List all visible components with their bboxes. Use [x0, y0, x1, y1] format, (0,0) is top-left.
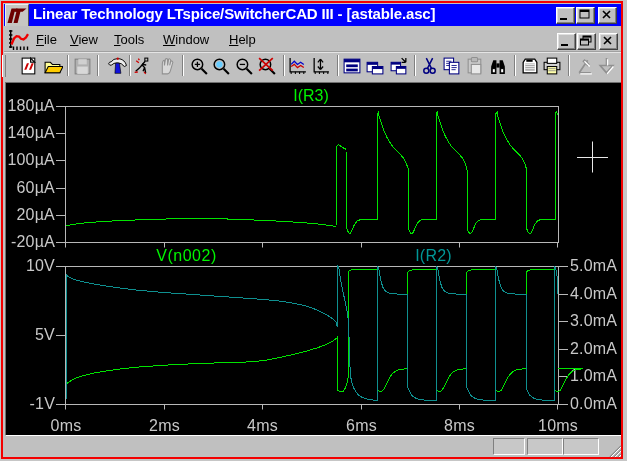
svg-text:60µA: 60µA [17, 179, 56, 196]
svg-text:0.0mA: 0.0mA [570, 395, 617, 412]
svg-text:20µA: 20µA [17, 206, 56, 223]
svg-text:I(R2): I(R2) [415, 247, 452, 264]
svg-text:3.0mA: 3.0mA [570, 312, 617, 329]
svg-text:140µA: 140µA [7, 124, 55, 141]
svg-text:10V: 10V [26, 257, 55, 274]
svg-text:5V: 5V [35, 326, 55, 343]
svg-text:2ms: 2ms [149, 417, 180, 434]
svg-text:6ms: 6ms [346, 417, 377, 434]
svg-text:2.0mA: 2.0mA [570, 340, 617, 357]
svg-text:-1V: -1V [30, 395, 56, 412]
svg-text:0ms: 0ms [51, 417, 82, 434]
svg-text:8ms: 8ms [444, 417, 475, 434]
svg-text:I(R3): I(R3) [293, 87, 329, 104]
svg-text:V(n002): V(n002) [156, 247, 216, 264]
svg-text:100µA: 100µA [7, 151, 55, 168]
svg-text:4ms: 4ms [247, 417, 278, 434]
svg-text:180µA: 180µA [7, 97, 55, 114]
svg-text:10ms: 10ms [538, 417, 578, 434]
svg-text:4.0mA: 4.0mA [570, 285, 617, 302]
svg-text:-20µA: -20µA [11, 233, 55, 250]
svg-text:5.0mA: 5.0mA [570, 257, 617, 274]
